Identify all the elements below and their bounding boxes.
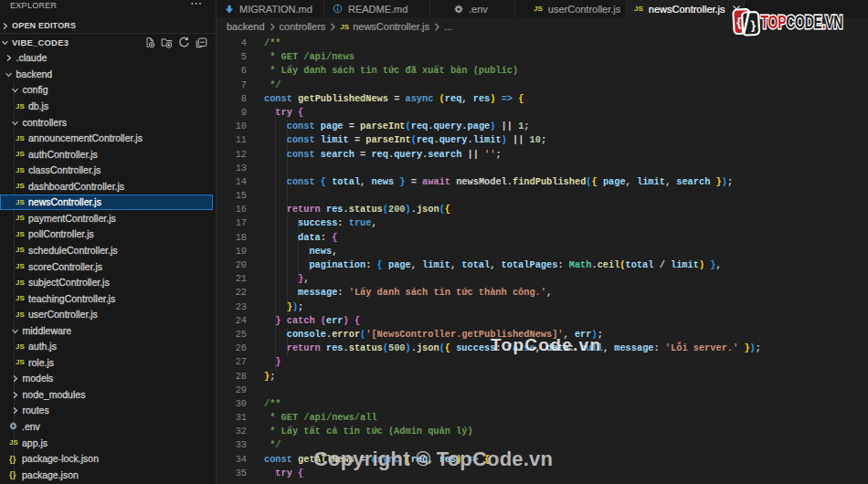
svg-text:TOPCODE.VN: TOPCODE.VN: [761, 13, 843, 33]
svg-text:{: {: [736, 16, 742, 29]
